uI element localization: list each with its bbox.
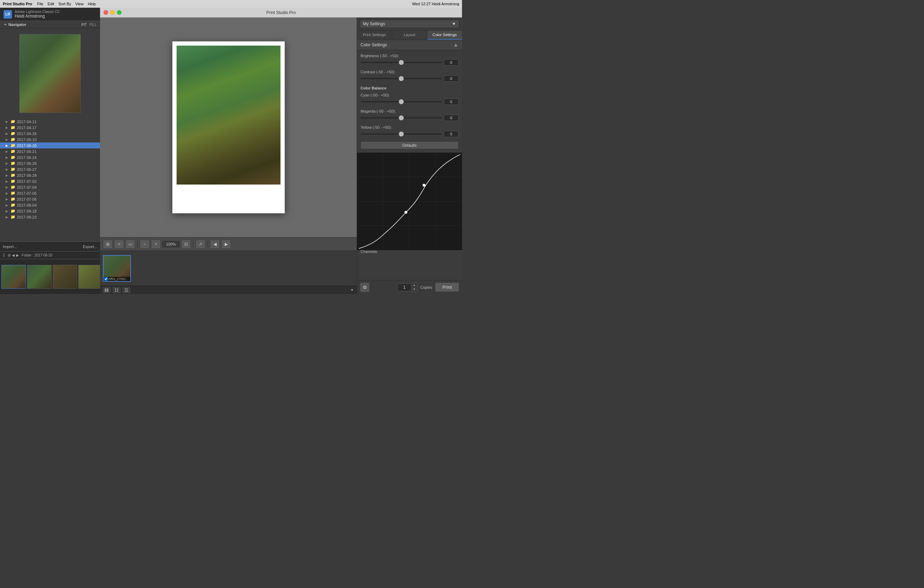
folder-item[interactable]: ▶ 📁 2017-06-21 (0, 148, 100, 154)
folder-item[interactable]: ▶ 📁 2017-04-26 (0, 130, 100, 137)
fit-btn[interactable]: ⊡ (181, 240, 191, 249)
close-button[interactable] (104, 10, 108, 15)
maximize-button[interactable] (117, 10, 122, 15)
navigator-header: Navigator FIT FILL (0, 21, 100, 28)
brightness-slider[interactable] (361, 62, 442, 63)
thumb-checkbox[interactable] (104, 277, 108, 281)
nav-fit-btn[interactable]: FIT (81, 23, 87, 27)
filmstrip-count-badge: 2 (3, 253, 5, 257)
date-time-user: Wed 12:27 Heidi Armstrong (412, 2, 459, 6)
menu-help[interactable]: Help (88, 2, 96, 6)
frame-btn[interactable]: ▭ (125, 240, 135, 249)
yellow-value[interactable] (444, 131, 459, 137)
view-mode-btn[interactable] (103, 287, 111, 293)
print-button[interactable]: Print (435, 282, 459, 292)
section-header-color-settings[interactable]: Color Settings ▲ (357, 40, 462, 50)
menu-sort-by[interactable]: Sort By (58, 2, 71, 6)
menu-file[interactable]: File (37, 2, 43, 6)
main-filmstrip-thumb[interactable]: HRA_17062... (103, 255, 131, 282)
cyan-slider[interactable] (361, 101, 442, 102)
tab-color-settings[interactable]: Color Settings (427, 31, 462, 40)
menu-items: File Edit Sort By View Help (37, 2, 96, 6)
folder-item[interactable]: ▶ 📁 2017-06-26 (0, 160, 100, 166)
cyan-control (361, 99, 459, 105)
zoom-out-btn[interactable]: − (140, 240, 150, 249)
yellow-thumb[interactable] (399, 132, 404, 137)
magenta-value[interactable] (444, 115, 459, 121)
app-menu-title[interactable]: Print Studio Pro (3, 2, 32, 6)
color-settings-panel: Brightness (-50 - +50): Contrast (-50 - … (357, 50, 462, 153)
folder-item[interactable]: ▶ 📁 2017-07-04 (0, 184, 100, 190)
nav-next-btn[interactable]: ▶ (16, 253, 19, 257)
lr-filmstrip (0, 259, 100, 294)
contrast-thumb[interactable] (399, 76, 404, 81)
nav-fill-btn[interactable]: FILL (89, 23, 97, 27)
filmstrip-thumb[interactable] (2, 265, 26, 289)
folder-item[interactable]: ▶ 📁 2017-06-10 (0, 137, 100, 142)
contrast-value[interactable] (444, 76, 459, 82)
tab-layout[interactable]: Layout (392, 31, 427, 40)
menu-edit[interactable]: Edit (48, 2, 54, 6)
window-title: Print Studio Pro (266, 10, 295, 15)
export-button[interactable]: Export... (83, 245, 97, 249)
grid-view-btn[interactable] (113, 287, 120, 293)
folder-item[interactable]: ▶ 📁 2017-04-17 (0, 125, 100, 130)
thumb-image (2, 265, 26, 288)
filmstrip-thumb[interactable] (53, 265, 77, 289)
preset-dropdown[interactable]: My Settings ▼ (360, 20, 459, 28)
folder-item-selected[interactable]: ▶ 📁 2017-06-20 (0, 142, 100, 148)
import-button[interactable]: Import... (3, 245, 17, 249)
filmstrip-thumb[interactable] (78, 265, 103, 289)
minimize-button[interactable] (110, 10, 115, 15)
list-view-btn[interactable] (122, 287, 130, 293)
folder-item[interactable]: ▶ 📁 2017-06-24 (0, 154, 100, 160)
defaults-button[interactable]: Defaults (361, 142, 459, 149)
filmstrip-controls: 2 ⊞ ◀ ▶ Folder : 2017-06-20 (0, 251, 100, 259)
cyan-value[interactable] (444, 99, 459, 105)
section-collapse-arrow[interactable]: ▲ (453, 42, 459, 48)
layout-btn[interactable]: ⊞ (103, 240, 113, 249)
yellow-slider[interactable] (361, 133, 442, 135)
magenta-thumb[interactable] (399, 115, 404, 120)
folder-item[interactable]: ▶ 📁 2017-07-05 (0, 190, 100, 196)
copies-decrement[interactable]: ▼ (411, 287, 417, 292)
menu-view[interactable]: View (76, 2, 84, 6)
folder-item[interactable]: ▶ 📁 2017-06-28 (0, 172, 100, 178)
tone-curve-svg[interactable] (357, 153, 462, 250)
export-btn[interactable]: ↗ (196, 240, 205, 249)
brightness-thumb[interactable] (399, 60, 404, 65)
prev-btn[interactable]: ◀ (210, 240, 220, 249)
next-btn[interactable]: ▶ (221, 240, 231, 249)
yellow-row: Yellow (-50 - +50): (361, 125, 459, 137)
copies-label: Copies (420, 285, 432, 290)
folder-item[interactable]: ▶ 📁 2017-09-04 (0, 202, 100, 208)
main-filmstrip: HRA_17062... (100, 250, 357, 286)
panel-content: Color Settings ▲ Brightness (-50 - +50): (357, 40, 462, 280)
folder-item[interactable]: ▶ 📁 2017-06-27 (0, 166, 100, 172)
zoom-in-btn[interactable]: + (151, 240, 161, 249)
folder-item[interactable]: ▶ 📁 2017-07-06 (0, 196, 100, 202)
folder-item[interactable]: ▶ 📁 2017-04-11 (0, 119, 100, 125)
lr-header: LR Adobe Lightroom Classic CC Heidi Arms… (0, 8, 100, 21)
contrast-slider[interactable] (361, 78, 442, 79)
navigator-collapse-icon[interactable] (3, 24, 7, 26)
copies-input[interactable] (398, 283, 411, 291)
copies-increment[interactable]: ▲ (411, 283, 417, 287)
tone-curve[interactable] (357, 153, 462, 247)
crop-btn[interactable]: ⌗ (114, 240, 124, 249)
folder-item[interactable]: ▶ 📁 2017-09-23 (0, 214, 100, 220)
thumb-check[interactable]: HRA_17062... (104, 277, 130, 281)
magenta-slider[interactable] (361, 117, 442, 119)
zoom-level[interactable]: 100% (162, 241, 180, 247)
brightness-value[interactable] (444, 59, 459, 66)
magenta-control (361, 115, 459, 121)
tab-print-settings[interactable]: Print Settings (357, 31, 392, 40)
folder-item[interactable]: ▶ 📁 2017-09-18 (0, 208, 100, 214)
grid-view-btn[interactable]: ⊞ (8, 253, 10, 257)
cyan-thumb[interactable] (399, 99, 404, 104)
folder-item[interactable]: ▶ 📁 2017-07-02 (0, 178, 100, 184)
nav-prev-btn[interactable]: ◀ (12, 253, 15, 257)
filmstrip-thumb[interactable] (27, 265, 51, 289)
yellow-label: Yellow (-50 - +50): (361, 125, 459, 130)
settings-button[interactable]: ⚙ (360, 282, 370, 292)
